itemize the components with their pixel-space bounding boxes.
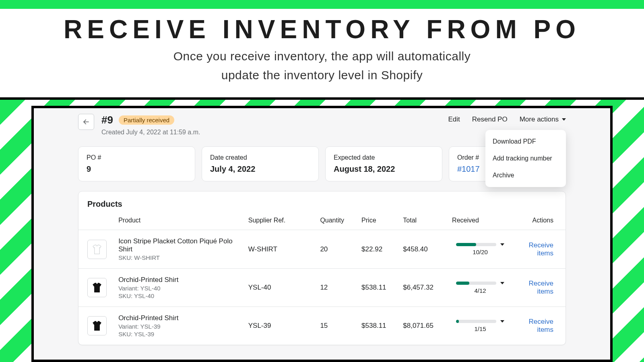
col-quantity: Quantity xyxy=(316,210,357,230)
col-actions: Actions xyxy=(525,210,566,230)
cell-price: $538.11 xyxy=(357,269,399,307)
received-dropdown-icon[interactable] xyxy=(500,282,504,284)
received-progress-bar xyxy=(456,320,496,323)
product-thumbnail xyxy=(87,316,107,335)
receive-items-button[interactable]: Receive items xyxy=(529,318,553,333)
product-name: Orchid-Printed Shirt xyxy=(118,314,240,322)
cell-supplier-ref: YSL-39 xyxy=(244,307,316,345)
product-thumbnail xyxy=(87,278,107,297)
product-variant: Variant: YSL-40 xyxy=(118,285,240,292)
back-button[interactable] xyxy=(78,114,94,130)
product-sku: SKU: W-SHIRT xyxy=(118,254,240,261)
arrow-left-icon xyxy=(83,118,90,125)
col-received: Received xyxy=(448,210,525,230)
hero-title: RECEIVE INVENTORY FROM PO xyxy=(0,16,644,43)
hero-subtitle: Once you receive inventory, the app will… xyxy=(0,47,644,84)
hero-block: RECEIVE INVENTORY FROM PO Once you recei… xyxy=(0,9,644,90)
table-row: Orchid-Printed ShirtVariant: YSL-40SKU: … xyxy=(78,269,566,307)
received-dropdown-icon[interactable] xyxy=(500,320,504,323)
received-dropdown-icon[interactable] xyxy=(500,243,504,246)
received-count: 4/12 xyxy=(474,287,486,294)
menu-download-pdf[interactable]: Download PDF xyxy=(485,133,566,150)
received-count: 1/15 xyxy=(474,325,486,332)
app-window: #9 Partially received Created July 4, 20… xyxy=(31,106,613,362)
cell-price: $538.11 xyxy=(357,307,399,345)
receive-items-button[interactable]: Receive items xyxy=(529,241,553,257)
col-product: Product xyxy=(114,210,244,230)
product-name: Orchid-Printed Shirt xyxy=(118,276,240,284)
card-value: August 18, 2022 xyxy=(334,165,434,174)
menu-add-tracking[interactable]: Add tracking number xyxy=(485,150,566,167)
card-label: PO # xyxy=(87,154,187,161)
menu-archive[interactable]: Archive xyxy=(485,167,566,184)
decorative-top-bar xyxy=(0,0,644,9)
po-title: #9 xyxy=(101,114,113,126)
receive-items-button[interactable]: Receive items xyxy=(529,280,553,295)
cell-price: $22.92 xyxy=(357,230,399,269)
cell-total: $6,457.32 xyxy=(399,269,448,307)
cell-quantity: 15 xyxy=(316,307,357,345)
cell-quantity: 20 xyxy=(316,230,357,269)
received-progress-bar xyxy=(456,243,496,246)
product-sku: SKU: YSL-40 xyxy=(118,292,240,299)
products-heading: Products xyxy=(78,191,566,210)
card-po-number: PO # 9 xyxy=(78,146,195,181)
products-table: Product Supplier Ref. Quantity Price Tot… xyxy=(78,210,566,345)
product-name: Icon Stripe Placket Cotton Piqué Polo Sh… xyxy=(118,237,240,253)
card-label: Expected date xyxy=(334,154,434,161)
col-supplier-ref: Supplier Ref. xyxy=(244,210,316,230)
cell-supplier-ref: W-SHIRT xyxy=(244,230,316,269)
col-total: Total xyxy=(399,210,448,230)
card-value: July 4, 2022 xyxy=(210,165,310,174)
products-panel: Products Product Supplier Ref. Quantity … xyxy=(78,191,566,345)
col-price: Price xyxy=(357,210,399,230)
cell-quantity: 12 xyxy=(316,269,357,307)
product-variant: Variant: YSL-39 xyxy=(118,323,240,330)
status-badge: Partially received xyxy=(119,115,174,125)
received-count: 10/20 xyxy=(473,249,488,255)
card-label: Date created xyxy=(210,154,310,161)
card-date-created: Date created July 4, 2022 xyxy=(202,146,319,181)
cell-supplier-ref: YSL-40 xyxy=(244,269,316,307)
product-thumbnail xyxy=(87,240,107,259)
cell-total: $458.40 xyxy=(399,230,448,269)
card-expected-date: Expected date August 18, 2022 xyxy=(325,146,442,181)
resend-po-button[interactable]: Resend PO xyxy=(472,115,508,123)
product-sku: SKU: YSL-39 xyxy=(118,331,240,337)
received-progress-bar xyxy=(456,282,496,285)
edit-button[interactable]: Edit xyxy=(448,115,460,123)
chevron-down-icon xyxy=(562,118,566,121)
table-row: Icon Stripe Placket Cotton Piqué Polo Sh… xyxy=(78,230,566,269)
created-timestamp: Created July 4, 2022 at 11:59 a.m. xyxy=(101,129,441,136)
more-actions-menu: Download PDF Add tracking number Archive xyxy=(485,130,566,187)
cell-total: $8,071.65 xyxy=(399,307,448,345)
card-value: 9 xyxy=(87,165,187,174)
more-actions-label: More actions xyxy=(520,115,559,123)
table-row: Orchid-Printed ShirtVariant: YSL-39SKU: … xyxy=(78,307,566,345)
more-actions-button[interactable]: More actions xyxy=(520,115,566,123)
